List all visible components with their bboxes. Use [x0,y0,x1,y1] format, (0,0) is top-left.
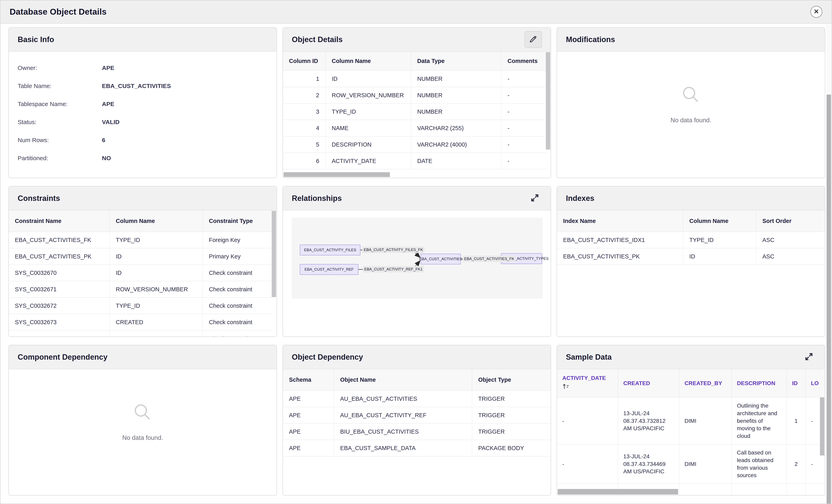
basic-info-header: Basic Info [9,28,277,52]
cell-column-id: 6 [283,153,326,169]
horizontal-scrollbar[interactable] [284,172,390,177]
cell-column-name: ID [109,248,203,264]
dialog-header: Database Object Details [0,0,832,24]
cell-object-name: BIU_EBA_CUST_ACTIVITIES [334,423,472,440]
cell-created-by: DIMI [679,397,731,445]
cell-created: 13-JUL-24 08.37.43.734469 AM US/PACIFIC [618,445,679,483]
relationships-header: Relationships [283,187,551,211]
column-header: Comments [501,52,547,71]
table-row: EBA_CUST_ACTIVITIES_PK ID Primary Key [9,248,272,264]
cell [679,483,731,495]
table-row: SYS_C0032670 ID Check constraint [9,264,272,281]
field-value: APE [102,64,114,72]
expand-icon [530,193,540,203]
cell-column-id: 2 [283,87,326,104]
column-header: Index Name [557,211,683,232]
edit-button[interactable] [525,31,542,48]
table-row: 3 TYPE_ID NUMBER - [283,104,547,120]
object-dependency-table: Schema Object Name Object Type APE AU_EB… [283,369,551,456]
table-node[interactable]: EBA_CUST_ACTIVITY_REF [300,264,358,275]
fk-edge-label: EBA_CUST_ACTIVITY_REF_FK1 [363,266,424,273]
column-header-sortable[interactable]: CREATED_BY [679,369,731,397]
cell-column-id: 3 [283,104,326,120]
object-dependency-title: Object Dependency [292,353,363,361]
close-icon [813,8,820,15]
window-scrollbar-thumb[interactable] [827,94,831,504]
object-dependency-header: Object Dependency [283,345,551,369]
cell-column-name: NAME [326,120,411,136]
relationships-title: Relationships [292,194,342,203]
cell-data-type: VARCHAR2 (255) [411,120,501,136]
expand-button[interactable] [802,350,816,364]
panel-indexes: Indexes Index Name Column Name Sort Orde… [557,186,825,337]
vertical-scrollbar[interactable] [820,397,824,455]
dialog-body: Basic Info Owner: APE Table Name: EBA_CU… [0,24,832,504]
window-scrollbar[interactable] [826,24,831,504]
column-header-sortable[interactable]: ID [787,369,806,397]
column-header-sortable[interactable]: CREATED [618,369,679,397]
close-button[interactable] [810,6,822,18]
object-details-table: Column ID Column Name Data Type Comments… [283,52,547,169]
cell-object-name: AU_EBA_CUST_ACTIVITY_REF [334,407,472,423]
horizontal-scrollbar[interactable] [558,489,678,495]
cell-column-name: TYPE_ID [109,232,203,248]
table-node[interactable]: EBA_CUST_ACTIVITY_FILES [300,245,360,255]
table-node[interactable]: EBA_CUST_ACTIVITIES [421,254,461,264]
basic-info-row: Tablespace Name: APE [18,95,268,113]
field-label: Table Name: [18,83,102,89]
column-header-sortable[interactable]: DESCRIPTION [731,369,787,397]
basic-info-row: Num Rows: 6 [18,131,268,149]
expand-icon [804,352,814,362]
cell-constraint-type: Check constraint [203,298,272,314]
table-row: SYS_C0032674 CREATED_BY Check constraint [9,330,272,336]
cell-constraint-name: SYS_C0032674 [9,330,109,336]
cell-id: 1 [787,397,806,445]
cell-comments: - [501,153,547,169]
cell-object-type: PACKAGE BODY [472,440,551,456]
database-object-details-dialog: Database Object Details Basic Info Owner… [0,0,832,504]
cell-schema: APE [283,391,334,407]
table-row: SYS_C0032671 ROW_VERSION_NUMBER Check co… [9,281,272,298]
table-row: - 13-JUL-24 08.37.43.732812 AM US/PACIFI… [557,397,825,445]
cell-constraint-type: Foreign Key [203,232,272,248]
column-header-sortable[interactable]: ACTIVITY_DATE [557,369,618,397]
cell-column-name: ACTIVITY_DATE [326,153,411,169]
sort-ascending-icon [562,383,613,392]
column-header: Column Name [109,211,203,232]
vertical-scrollbar[interactable] [272,211,276,297]
column-header-sortable[interactable]: LO [806,369,825,397]
cell-data-type: DATE [411,153,501,169]
cell-constraint-name: EBA_CUST_ACTIVITIES_PK [9,248,109,264]
table-row: SYS_C0032672 TYPE_ID Check constraint [9,298,272,314]
cell-activity-date: - [557,397,618,445]
component-dependency-header: Component Dependency [9,345,277,369]
cell-column-name: TYPE_ID [683,232,756,248]
empty-text: No data found. [671,117,711,124]
cell-object-type: TRIGGER [472,391,551,407]
sample-data-header: Sample Data [557,345,825,369]
field-label: Num Rows: [18,137,102,143]
vertical-scrollbar[interactable] [546,52,550,149]
column-header: Data Type [411,52,501,71]
panel-object-details: Object Details Column ID [283,27,551,178]
panel-constraints: Constraints Constraint Name Column Name … [8,186,277,337]
column-header: Column ID [283,52,326,71]
field-label: Tablespace Name: [18,101,102,108]
expand-button[interactable] [528,191,542,205]
table-row: - 13-JUL-24 08.37.43.734469 AM US/PACIFI… [557,445,825,483]
field-value: VALID [102,119,120,125]
cell-comments: - [501,104,547,120]
cell-column-name: CREATED [109,314,203,330]
constraints-table: Constraint Name Column Name Constraint T… [9,211,272,336]
relationships-diagram[interactable]: EBA_CUST_ACTIVITY_FILES EBA_CUST_ACTIVIT… [292,218,543,299]
basic-info-title: Basic Info [18,35,54,44]
field-value: EBA_CUST_ACTIVITIES [102,83,171,89]
cell-created-by: DIMI [679,445,731,483]
table-row: EBA_CUST_ACTIVITIES_FK TYPE_ID Foreign K… [9,232,272,248]
column-header: Column Name [683,211,756,232]
field-value: 6 [102,137,105,143]
empty-text: No data found. [122,434,163,442]
search-icon [680,84,702,117]
basic-info-row: Partitioned: NO [18,149,268,167]
cell-constraint-name: SYS_C0032670 [9,264,109,281]
